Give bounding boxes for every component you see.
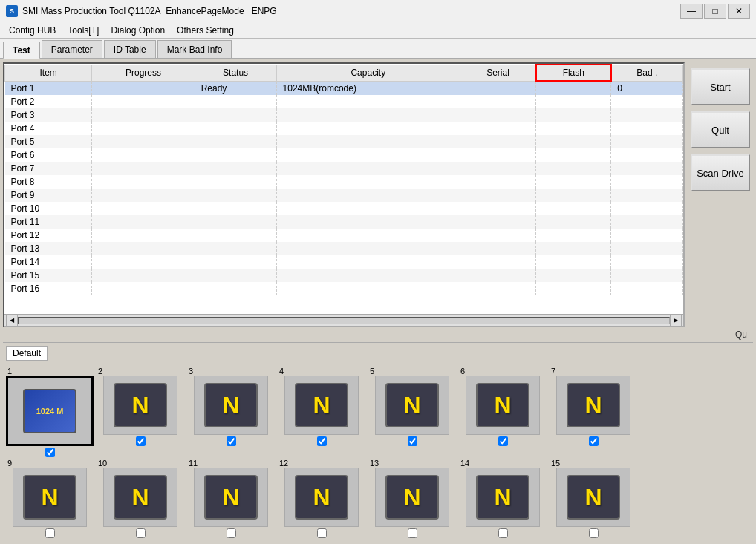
drive-checkbox[interactable] bbox=[589, 436, 599, 446]
drive-checkbox[interactable] bbox=[136, 528, 146, 538]
capacity-label: 1024 M bbox=[36, 407, 64, 416]
drive-icon-wrapper[interactable]: N bbox=[103, 376, 177, 435]
quit-button[interactable]: Quit bbox=[691, 111, 750, 148]
drive-checkbox[interactable] bbox=[227, 436, 236, 446]
table-row[interactable]: Port 9 bbox=[5, 189, 683, 202]
cell-progress bbox=[92, 229, 195, 242]
drive-icon-wrapper[interactable]: N bbox=[284, 468, 359, 527]
cell-status bbox=[195, 135, 276, 148]
drive-icon-wrapper[interactable]: N bbox=[556, 376, 630, 435]
minimize-button[interactable]: — bbox=[680, 4, 703, 19]
table-row[interactable]: Port 14 bbox=[5, 255, 683, 269]
cell-serial bbox=[460, 162, 536, 175]
cell-progress bbox=[92, 215, 195, 229]
scan-drive-button[interactable]: Scan Drive bbox=[691, 154, 750, 191]
table-scroll[interactable]: Item Progress Status Capacity Serial Fla… bbox=[4, 64, 683, 314]
table-row[interactable]: Port 10 bbox=[5, 202, 683, 215]
tab-id-table[interactable]: ID Table bbox=[104, 40, 156, 58]
drive-checkbox[interactable] bbox=[45, 448, 55, 457]
table-row[interactable]: Port 7 bbox=[5, 162, 683, 175]
drive-checkbox[interactable] bbox=[498, 528, 508, 538]
drive-icon-wrapper[interactable]: N bbox=[194, 376, 268, 435]
cell-status bbox=[195, 229, 276, 242]
tab-parameter[interactable]: Parameter bbox=[42, 40, 102, 58]
table-row[interactable]: Port 5 bbox=[5, 135, 683, 148]
cell-capacity bbox=[276, 242, 460, 255]
cell-progress bbox=[92, 162, 195, 175]
cell-progress bbox=[92, 189, 195, 202]
cell-bad bbox=[611, 215, 683, 229]
drive-icon-wrapper[interactable]: N bbox=[13, 468, 87, 527]
cell-serial bbox=[460, 135, 536, 148]
horizontal-scrollbar[interactable]: ◀ ▶ bbox=[4, 314, 683, 326]
drive-checkbox[interactable] bbox=[45, 528, 55, 538]
scroll-left[interactable]: ◀ bbox=[6, 315, 18, 327]
col-flash: Flash bbox=[536, 65, 611, 81]
cell-flash bbox=[536, 202, 611, 215]
cell-item: Port 8 bbox=[5, 175, 92, 189]
table-row[interactable]: Port 11 bbox=[5, 215, 683, 229]
start-button[interactable]: Start bbox=[691, 68, 750, 105]
cell-progress bbox=[92, 255, 195, 269]
cell-bad bbox=[611, 229, 683, 242]
scrollbar-track[interactable] bbox=[18, 317, 670, 324]
drive-icon-wrapper[interactable]: N bbox=[556, 468, 630, 527]
qu-label: Qu bbox=[3, 327, 753, 342]
drive-icon-wrapper[interactable]: N bbox=[466, 376, 540, 435]
cell-capacity bbox=[276, 255, 460, 269]
close-button[interactable]: ✕ bbox=[728, 4, 750, 19]
cell-bad bbox=[611, 162, 683, 175]
menu-tools[interactable]: Tools[T] bbox=[62, 22, 105, 39]
cell-progress bbox=[92, 242, 195, 255]
table-row[interactable]: Port 16 bbox=[5, 282, 683, 295]
cell-status bbox=[195, 282, 276, 295]
cell-progress bbox=[92, 122, 195, 135]
drive-icon-wrapper[interactable]: N bbox=[375, 376, 449, 435]
table-row[interactable]: Port 3 bbox=[5, 108, 683, 122]
drive-icon-wrapper[interactable]: N bbox=[375, 468, 449, 527]
drive-checkbox[interactable] bbox=[317, 436, 327, 446]
table-row[interactable]: Port 8 bbox=[5, 175, 683, 189]
drive-icon-wrapper[interactable]: N bbox=[466, 468, 540, 527]
cell-status: Ready bbox=[195, 81, 276, 95]
cell-capacity bbox=[276, 215, 460, 229]
cell-flash bbox=[536, 135, 611, 148]
drive-number: 4 bbox=[279, 367, 284, 376]
drive-checkbox[interactable] bbox=[408, 528, 417, 538]
table-row[interactable]: Port 2 bbox=[5, 95, 683, 108]
drive-icon-wrapper[interactable]: N bbox=[284, 376, 359, 435]
drive-icon-wrapper[interactable]: N bbox=[194, 468, 268, 527]
table-row[interactable]: Port 1 Ready 1024MB(romcode) 0 bbox=[5, 81, 683, 95]
table-row[interactable]: Port 4 bbox=[5, 122, 683, 135]
cell-serial bbox=[460, 175, 536, 189]
drive-checkbox[interactable] bbox=[227, 528, 236, 538]
table-row[interactable]: Port 6 bbox=[5, 148, 683, 162]
table-row[interactable]: Port 12 bbox=[5, 229, 683, 242]
n-label: N bbox=[41, 484, 58, 511]
n-label: N bbox=[313, 484, 330, 511]
drive-number: 14 bbox=[460, 459, 469, 468]
scroll-right[interactable]: ▶ bbox=[670, 315, 682, 327]
menu-dialog-option[interactable]: Dialog Option bbox=[105, 22, 171, 39]
table-row[interactable]: Port 15 bbox=[5, 269, 683, 282]
drive-checkbox[interactable] bbox=[589, 528, 599, 538]
drive-checkbox[interactable] bbox=[498, 436, 508, 446]
drive-checkbox[interactable] bbox=[136, 436, 146, 446]
menu-config-hub[interactable]: Config HUB bbox=[3, 22, 62, 39]
drive-cell: 7N bbox=[550, 367, 637, 457]
maximize-button[interactable]: □ bbox=[704, 4, 726, 19]
cell-flash bbox=[536, 255, 611, 269]
tab-mark-bad-info[interactable]: Mark Bad Info bbox=[157, 40, 232, 58]
tab-test[interactable]: Test bbox=[3, 42, 40, 59]
drive-icon-wrapper[interactable]: 1024 M bbox=[6, 376, 94, 446]
drive-checkbox[interactable] bbox=[408, 436, 417, 446]
cell-serial bbox=[460, 255, 536, 269]
drive-icon-wrapper[interactable]: N bbox=[103, 468, 177, 527]
menu-others-setting[interactable]: Others Setting bbox=[171, 22, 240, 39]
right-buttons: Start Quit Scan Drive bbox=[688, 62, 753, 327]
drive-checkbox[interactable] bbox=[317, 528, 327, 538]
drive-number: 10 bbox=[98, 459, 107, 468]
drive-cell: 15N bbox=[550, 459, 637, 538]
cell-bad bbox=[611, 148, 683, 162]
table-row[interactable]: Port 13 bbox=[5, 242, 683, 255]
